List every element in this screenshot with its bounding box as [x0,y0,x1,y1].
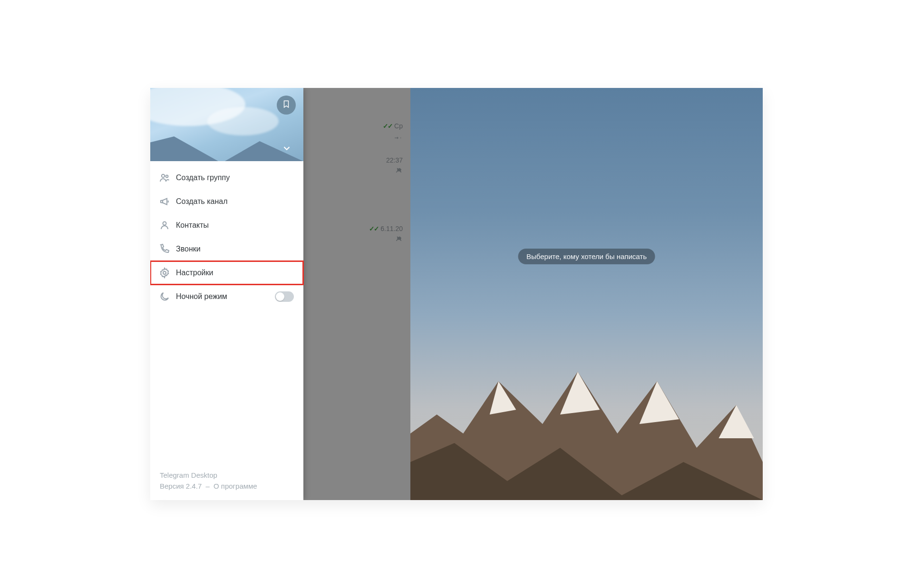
night-mode-toggle[interactable] [275,291,294,302]
moon-icon [159,291,176,302]
drawer-header [150,88,303,161]
about-link[interactable]: О программе [214,482,257,490]
drawer-menu: Создать группу Создать канал Контакты [150,161,303,311]
svg-point-10 [163,271,166,274]
app-name-label: Telegram Desktop [160,470,294,481]
menu-item-label: Создать канал [176,197,294,206]
menu-item-label: Звонки [176,245,294,253]
bookmark-icon [282,100,291,110]
main-menu-drawer: Создать группу Создать канал Контакты [150,88,303,500]
conversation-area: Выберите, кому хотели бы написать [410,88,763,500]
menu-item-night-mode[interactable]: Ночной режим [150,285,303,308]
svg-point-7 [162,174,165,177]
saved-messages-button[interactable] [277,96,296,115]
menu-item-calls[interactable]: Звонки [150,237,303,261]
drawer-footer: Telegram Desktop Версия 2.4.7 – О програ… [150,463,303,500]
footer-separator: – [205,482,209,490]
empty-state-hint: Выберите, кому хотели бы написать [518,249,655,264]
menu-item-label: Ночной режим [176,292,275,301]
svg-point-9 [163,222,166,225]
menu-item-contacts[interactable]: Контакты [150,213,303,237]
app-root: ✓✓Ср .) 22:37 0 з [150,88,763,500]
phone-icon [159,243,176,255]
background-illustration [410,338,763,500]
megaphone-icon [159,196,176,207]
menu-item-settings[interactable]: Настройки [150,261,303,285]
menu-item-label: Контакты [176,221,294,230]
gear-icon [159,267,176,279]
menu-item-new-group[interactable]: Создать группу [150,166,303,190]
menu-item-new-channel[interactable]: Создать канал [150,190,303,213]
chevron-down-icon [282,143,292,155]
account-switcher-toggle[interactable] [280,142,294,156]
group-icon [159,172,176,183]
svg-point-8 [166,175,168,178]
person-icon [159,220,176,231]
app-version-label: Версия 2.4.7 [160,482,202,490]
menu-item-label: Создать группу [176,174,294,182]
menu-item-label: Настройки [176,269,294,277]
